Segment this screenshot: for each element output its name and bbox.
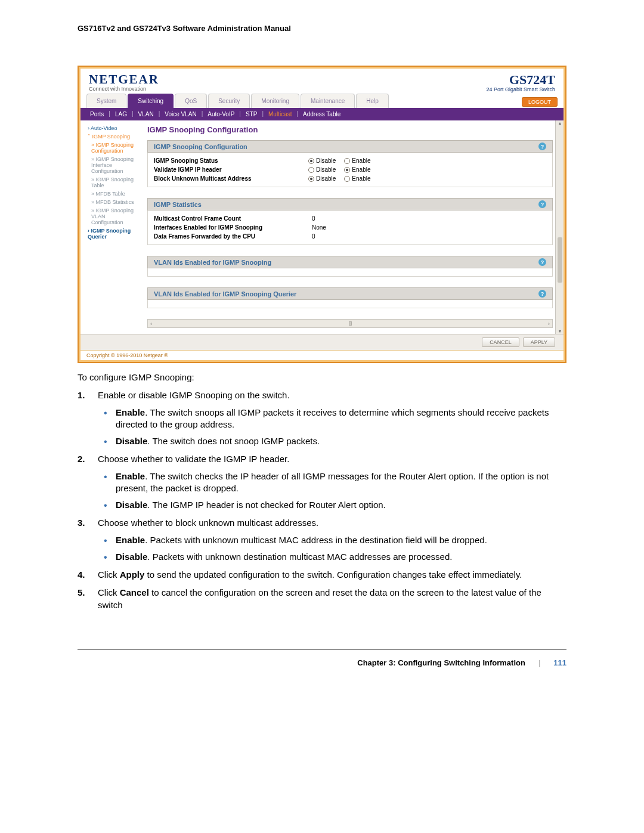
sidebar-item-mfdb-stats[interactable]: » MFDB Statistics <box>84 198 135 206</box>
horizontal-scrollbar[interactable]: ‹ › <box>147 319 553 328</box>
step-2-bullet-1: Enable. The switch checks the IP header … <box>98 470 566 495</box>
radio-icon <box>344 176 350 182</box>
section-config-header: IGMP Snooping Configuration ? <box>147 140 553 153</box>
sidebar-item-igmp-vlan[interactable]: » IGMP Snooping VLAN Configuration <box>84 206 135 227</box>
sidebar-item-mfdb-table[interactable]: » MFDB Table <box>84 190 135 198</box>
step-4: Click Apply to send the updated configur… <box>78 569 566 581</box>
stat-cpu-label: Data Frames Forwarded by the CPU <box>154 233 306 240</box>
subtab-vlan[interactable]: VLAN <box>137 110 155 118</box>
tab-switching[interactable]: Switching <box>128 94 174 108</box>
stat-frame-label: Multicast Control Frame Count <box>154 215 306 222</box>
help-icon[interactable]: ? <box>538 143 546 150</box>
subtab-voicevlan[interactable]: Voice VLAN <box>163 110 197 118</box>
section-config: IGMP Snooping Configuration ? IGMP Snoop… <box>147 140 553 187</box>
doc-header-title: GS716Tv2 and GS724Tv3 Software Administr… <box>78 24 566 33</box>
section-stats-header: IGMP Statistics ? <box>147 198 553 210</box>
cancel-button[interactable]: CANCEL <box>482 337 519 347</box>
brand-logo: NETGEAR <box>89 72 159 87</box>
help-icon[interactable]: ? <box>538 258 546 266</box>
sidebar-item-igmp-querier[interactable]: › IGMP Snooping Querier <box>84 227 135 241</box>
validate-enable-radio[interactable]: Enable <box>344 166 370 173</box>
help-icon[interactable]: ? <box>538 200 546 208</box>
block-disable-radio[interactable]: Disable <box>308 175 336 182</box>
section-stats: IGMP Statistics ? Multicast Control Fram… <box>147 198 553 245</box>
tab-monitoring[interactable]: Monitoring <box>251 94 299 108</box>
tab-system[interactable]: System <box>86 94 126 108</box>
copyright-text: Copyright © 1996-2010 Netgear ® <box>80 350 564 360</box>
step-3-bullet-1: Enable. Packets with unknown multicast M… <box>98 534 566 546</box>
sidebar-item-auto-video[interactable]: › Auto-Video <box>84 124 135 132</box>
logout-button[interactable]: LOGOUT <box>522 97 558 107</box>
top-banner: NETGEAR Connect with Innovation GS724T 2… <box>80 69 564 94</box>
apply-button[interactable]: APPLY <box>523 337 555 347</box>
step-3-bullet-2: Disable. Packets with unknown destinatio… <box>98 551 566 563</box>
scroll-up-icon[interactable]: ▴ <box>559 120 561 126</box>
radio-icon <box>308 158 314 164</box>
scroll-right-icon[interactable]: › <box>548 321 550 327</box>
sidebar: › Auto-Video ˅ IGMP Snooping » IGMP Snoo… <box>80 120 140 334</box>
sidebar-item-igmp-snooping[interactable]: ˅ IGMP Snooping <box>84 132 135 141</box>
stat-cpu-value: 0 <box>312 233 315 240</box>
status-enable-radio[interactable]: Enable <box>344 157 370 164</box>
step-3: Choose whether to block unknown multicas… <box>78 517 566 563</box>
block-enable-radio[interactable]: Enable <box>344 175 370 182</box>
scroll-down-icon[interactable]: ▾ <box>559 329 561 334</box>
screenshot-frame: NETGEAR Connect with Innovation GS724T 2… <box>78 66 566 363</box>
page-title: IGMP Snooping Configuration <box>147 125 553 134</box>
sidebar-item-igmp-iface[interactable]: » IGMP Snooping Interface Configuration <box>84 155 135 175</box>
block-label: Block Unknown Multicast Address <box>154 175 306 182</box>
step-2: Choose whether to validate the IGMP IP h… <box>78 453 566 511</box>
radio-icon <box>344 158 350 164</box>
steps-list: Enable or disable IGMP Snooping on the s… <box>78 389 566 611</box>
subtab-ports[interactable]: Ports <box>89 110 105 118</box>
tab-security[interactable]: Security <box>208 94 250 108</box>
validate-disable-radio[interactable]: Disable <box>308 166 336 173</box>
footer-page-number: 111 <box>553 658 566 667</box>
app-body: › Auto-Video ˅ IGMP Snooping » IGMP Snoo… <box>80 120 564 334</box>
tab-qos[interactable]: QoS <box>175 94 207 108</box>
section-stats-body: Multicast Control Frame Count 0 Interfac… <box>147 210 553 245</box>
step-1-bullet-1: Enable. The switch snoops all IGMP packe… <box>98 407 566 431</box>
content-area: IGMP Snooping Configuration IGMP Snoopin… <box>140 120 564 334</box>
sub-tab-bar: Ports| LAG| VLAN| Voice VLAN| Auto-VoIP|… <box>80 108 564 120</box>
stat-frame-value: 0 <box>312 215 315 222</box>
step-2-bullet-2: Disable. The IGMP IP header is not check… <box>98 499 566 511</box>
section-vlan-ids-querier-header: VLAN Ids Enabled for IGMP Snooping Queri… <box>147 287 553 300</box>
section-vlan-ids-querier: VLAN Ids Enabled for IGMP Snooping Queri… <box>147 287 553 308</box>
subtab-lag[interactable]: LAG <box>114 110 128 118</box>
frame-inner: NETGEAR Connect with Innovation GS724T 2… <box>80 69 564 360</box>
footer-rule <box>78 649 566 650</box>
status-disable-radio[interactable]: Disable <box>308 157 336 164</box>
vertical-scrollbar[interactable]: ▴ ▾ <box>555 120 564 334</box>
logout-wrap: LOGOUT <box>522 95 558 106</box>
subtab-addresstable[interactable]: Address Table <box>302 110 342 118</box>
footer-button-bar: CANCEL APPLY <box>80 334 564 350</box>
model-sub: 24 Port Gigabit Smart Switch <box>486 86 555 92</box>
tab-help[interactable]: Help <box>356 94 389 108</box>
scroll-thumb[interactable] <box>349 321 352 326</box>
brand-block: NETGEAR Connect with Innovation <box>89 72 159 92</box>
radio-icon <box>308 167 314 173</box>
scroll-left-icon[interactable]: ‹ <box>150 321 152 327</box>
subtab-stp[interactable]: STP <box>244 110 258 118</box>
sidebar-item-igmp-conf[interactable]: » IGMP Snooping Configuration <box>84 141 135 155</box>
footer-sep: | <box>538 658 540 667</box>
validate-label: Validate IGMP IP header <box>154 166 306 173</box>
radio-icon <box>344 167 350 173</box>
model-block: GS724T 24 Port Gigabit Smart Switch <box>486 72 555 92</box>
status-label: IGMP Snooping Status <box>154 157 306 164</box>
scroll-thumb[interactable] <box>558 237 562 283</box>
intro-line: To configure IGMP Snooping: <box>78 371 566 383</box>
section-vlan-ids-header: VLAN Ids Enabled for IGMP Snooping ? <box>147 256 553 268</box>
footer-chapter: Chapter 3: Configuring Switching Informa… <box>357 658 525 667</box>
step-5: Click Cancel to cancel the configuration… <box>78 587 566 611</box>
main-tab-bar: System Switching QoS Security Monitoring… <box>80 94 564 108</box>
tab-maintenance[interactable]: Maintenance <box>301 94 355 108</box>
section-vlan-ids: VLAN Ids Enabled for IGMP Snooping ? <box>147 256 553 277</box>
model-name: GS724T <box>486 72 555 88</box>
help-icon[interactable]: ? <box>538 290 546 298</box>
subtab-multicast[interactable]: Multicast <box>267 110 293 118</box>
sidebar-item-igmp-table[interactable]: » IGMP Snooping Table <box>84 175 135 190</box>
stat-ifc-value: None <box>312 224 326 231</box>
subtab-autovoip[interactable]: Auto-VoIP <box>206 110 236 118</box>
